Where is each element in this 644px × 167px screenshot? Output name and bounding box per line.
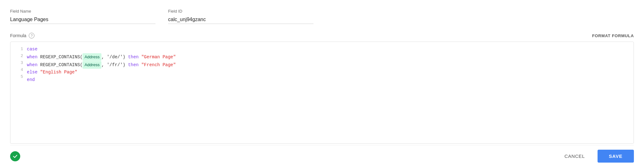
code-line-5: end (27, 76, 634, 84)
help-icon[interactable]: ? (29, 33, 34, 38)
field-id-group: Field ID (168, 9, 313, 24)
valid-check-icon (10, 151, 20, 161)
line-number: 1 (10, 46, 23, 53)
field-name-group: Field Name (10, 9, 155, 24)
field-name-label: Field Name (10, 9, 155, 14)
address-badge-1[interactable]: Address (82, 53, 101, 61)
keyword-case: case (27, 47, 38, 52)
string-english-page: "English Page" (40, 70, 77, 75)
formula-label: Formula (10, 33, 26, 38)
line-numbers: 1 2 3 4 5 (10, 46, 27, 140)
code-text: REGEXP_CONTAINS( (38, 62, 83, 67)
field-name-input[interactable] (10, 15, 155, 24)
code-line-4: else "English Page" (27, 69, 634, 76)
editor-body: 1 2 3 4 5 case when REGEXP_CONTAINS(Addr… (10, 42, 634, 143)
cancel-button[interactable]: CANCEL (557, 150, 592, 162)
code-text (139, 55, 141, 60)
save-button[interactable]: SAVE (598, 150, 634, 163)
action-buttons: CANCEL SAVE (557, 150, 634, 163)
code-text: REGEXP_CONTAINS( (38, 55, 83, 60)
address-badge-2[interactable]: Address (82, 61, 101, 69)
code-line-1: case (27, 46, 634, 53)
code-line-2: when REGEXP_CONTAINS(Address, '/de/') th… (27, 53, 634, 61)
code-text (38, 70, 40, 75)
code-text (139, 62, 141, 67)
code-text: , '/de/') (101, 55, 128, 60)
string-french-page: "French Page" (141, 62, 176, 67)
keyword-when-3: when (27, 62, 38, 67)
keyword-end: end (27, 77, 35, 82)
keyword-else: else (27, 70, 38, 75)
keyword-then-3: then (128, 62, 139, 67)
line-number: 2 (10, 53, 23, 60)
line-number: 3 (10, 60, 23, 66)
format-formula-button[interactable]: FORMAT FORMULA (592, 33, 634, 38)
code-line-3: when REGEXP_CONTAINS(Address, '/fr/') th… (27, 61, 634, 69)
field-id-input[interactable] (168, 15, 313, 24)
formula-label-group: Formula ? (10, 33, 34, 38)
keyword-then-2: then (128, 55, 139, 60)
keyword-when-2: when (27, 55, 38, 60)
field-id-label: Field ID (168, 9, 313, 14)
code-area[interactable]: case when REGEXP_CONTAINS(Address, '/de/… (27, 46, 634, 140)
line-number: 4 (10, 66, 23, 73)
formula-editor[interactable]: 1 2 3 4 5 case when REGEXP_CONTAINS(Addr… (10, 42, 634, 144)
bottom-bar: CANCEL SAVE (10, 145, 634, 167)
line-number: 5 (10, 73, 23, 80)
formula-header: Formula ? FORMAT FORMULA (10, 33, 634, 38)
code-text: , '/fr/') (101, 62, 128, 67)
string-german-page: "German Page" (141, 55, 176, 60)
